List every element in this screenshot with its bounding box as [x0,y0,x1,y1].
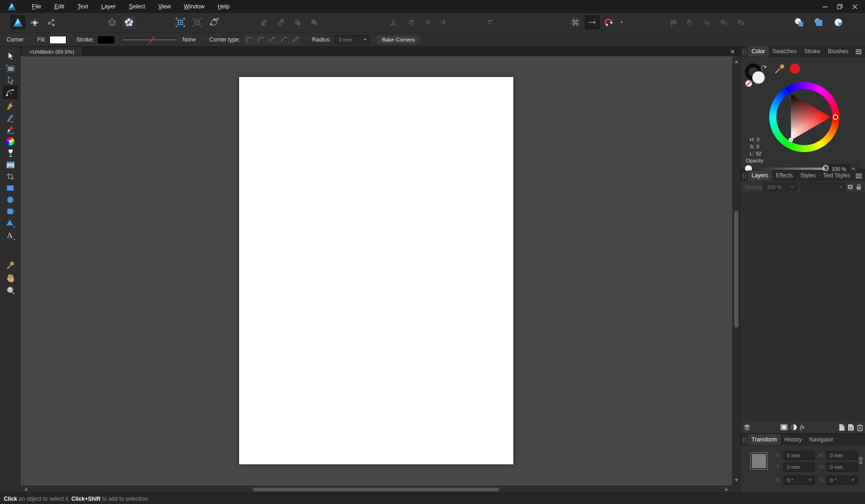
color-picker-icon[interactable] [774,63,786,75]
scroll-up-arrow[interactable] [735,60,738,63]
corner-type-cutout-button[interactable] [291,35,301,44]
show-pixel-grid-button[interactable] [568,15,583,29]
bake-corners-button[interactable]: Bake Corners [376,35,420,45]
snap-candidates-button[interactable] [206,15,221,29]
rotate-ccw-button[interactable] [420,15,435,29]
mask-layer-icon[interactable] [780,424,788,431]
tab-transform[interactable]: Transform [748,434,780,445]
scroll-left-arrow[interactable] [24,488,27,491]
insert-behind-button[interactable] [790,15,808,29]
transparency-tool[interactable] [5,147,16,159]
vector-brush-tool[interactable] [5,124,16,135]
scroll-right-arrow[interactable] [725,488,728,491]
tab-brushes[interactable]: Brushes [824,46,852,56]
fill-color-circle[interactable] [752,71,765,84]
zoom-tool[interactable] [5,285,16,296]
link-dimensions-icon[interactable] [858,456,863,466]
ellipse-tool[interactable] [5,194,16,205]
y-input[interactable]: 0 mm [783,462,815,472]
node-tool[interactable] [5,75,16,86]
pixel-persona-button[interactable] [27,15,42,29]
layers-opacity-dropdown[interactable]: 100 % [763,182,797,191]
fx-layer-icon[interactable]: fx [800,423,804,431]
menu-layer[interactable]: Layer [95,0,122,13]
insert-inside-target-button[interactable] [810,15,828,29]
color-picker-tool[interactable] [5,259,16,271]
boolean-add-button[interactable] [666,15,681,29]
menu-window[interactable]: Window [177,0,211,13]
arrange-2-button[interactable] [273,15,288,29]
corner-type-rounded-button[interactable] [255,35,266,44]
hue-marker[interactable] [833,114,838,120]
arrange-4-button[interactable] [307,15,322,29]
color-wheel[interactable] [769,82,839,152]
transform-anchor-selector[interactable] [750,452,768,470]
tab-history[interactable]: History [780,434,805,445]
h-input[interactable]: 0 mm [826,462,858,472]
menu-edit[interactable]: Edit [48,0,71,13]
boolean-intersect-button[interactable] [700,15,715,29]
delete-layer-icon[interactable] [857,424,863,431]
menu-select[interactable]: Select [122,0,152,13]
boolean-combine-button[interactable] [733,15,748,29]
blend-mode-dropdown[interactable] [800,182,845,191]
flip-vertical-button[interactable] [403,15,418,29]
menu-file[interactable]: File [25,0,48,13]
tab-swatches[interactable]: Swatches [769,46,801,56]
horizontal-scrollbar[interactable] [21,485,732,493]
new-layer-icon[interactable] [838,424,845,431]
corner-tool[interactable] [3,86,18,99]
boolean-divide-button[interactable] [716,15,731,29]
panel-menu-icon[interactable] [856,174,862,178]
stroke-style-widget[interactable] [122,36,177,44]
menu-help[interactable]: Help [211,0,236,13]
triangle-tool[interactable] [5,217,16,229]
move-by-whole-pixels-button[interactable] [585,15,600,29]
document-tab[interactable]: <Untitled> (69.5%) [22,47,82,56]
minimize-button[interactable] [817,0,832,13]
scroll-down-arrow[interactable] [735,479,738,482]
panel-grip-icon[interactable] [743,173,746,179]
boolean-subtract-button[interactable] [683,15,698,29]
opacity-slider[interactable] [758,168,826,170]
w-input[interactable]: 0 mm [826,451,858,460]
tab-styles[interactable]: Styles [797,170,820,181]
pen-tool[interactable] [5,100,16,112]
rectangle-tool[interactable] [5,182,16,194]
panel-menu-icon[interactable] [856,49,862,54]
tab-color[interactable]: Color [748,46,769,56]
alignment-button[interactable] [483,15,498,29]
r-input[interactable]: 0 ° [783,476,815,485]
s-input[interactable]: 0 ° [826,476,858,485]
artistic-text-tool[interactable]: A [5,230,16,241]
document-page[interactable] [239,77,513,464]
arrange-1-button[interactable] [256,15,271,29]
arrange-3-button[interactable] [290,15,305,29]
swap-fill-stroke-icon[interactable] [761,66,766,71]
vector-crop-tool[interactable] [5,171,16,182]
x-input[interactable]: 0 mm [783,451,815,460]
insert-target-off-button[interactable] [121,15,136,29]
insert-on-top-button[interactable] [830,15,847,29]
fill-tool[interactable] [5,136,16,147]
view-tool[interactable] [5,272,16,283]
radius-input[interactable]: 0 mm [335,35,370,44]
rounded-rectangle-tool[interactable] [5,206,16,217]
vertical-scrollbar[interactable] [732,56,740,485]
saturation-lightness-triangle[interactable] [776,89,832,145]
flip-horizontal-button[interactable] [386,15,401,29]
horizontal-scroll-thumb[interactable] [253,488,499,491]
designer-persona-button[interactable] [10,15,25,29]
layers-list[interactable] [740,193,865,421]
snap-grid-off-button[interactable] [190,15,205,29]
tab-text-styles[interactable]: Text Styles [819,170,854,181]
move-tool[interactable] [5,50,16,62]
no-color-icon[interactable] [745,80,752,87]
panel-grip-icon[interactable] [743,437,746,443]
vertical-scroll-thumb[interactable] [734,211,738,328]
artboard-tool[interactable] [5,63,16,74]
corner-type-straight-button[interactable] [279,35,290,44]
blend-options-gear-icon[interactable] [847,183,854,190]
tab-navigator[interactable]: Navigator [806,434,837,445]
insert-inside-button[interactable] [105,15,120,29]
